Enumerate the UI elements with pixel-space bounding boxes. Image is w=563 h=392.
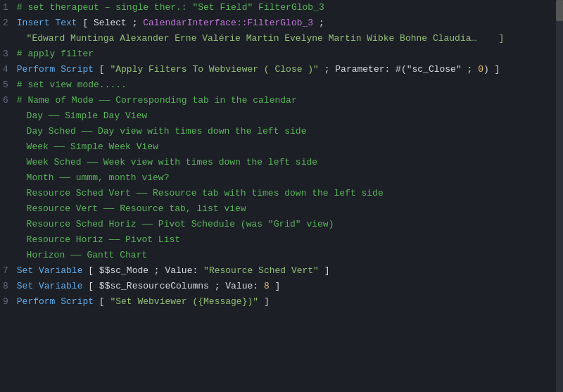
code-line: 5# set view mode..... [0, 77, 563, 93]
line-content: Set Variable [ $$sc_Mode ; Value: "Resou… [17, 264, 563, 278]
line-content: # set view mode..... [17, 78, 563, 92]
code-line: "Edward Muntinga Alexander Erne Valérie … [0, 31, 563, 46]
line-content: Resource Sched Horiz —— Pivot Schedule (… [15, 217, 563, 232]
code-line: Week —— Simple Week View [0, 139, 563, 155]
code-line: Month —— ummm, month view? [0, 170, 563, 186]
code-line: 8Set Variable [ $$sc_ResourceColumns ; V… [0, 279, 563, 294]
code-line: 4Perform Script [ "Apply Filters To Webv… [0, 62, 563, 77]
line-number: 8 [0, 279, 17, 293]
line-content: Set Variable [ $$sc_ResourceColumns ; Va… [17, 279, 563, 293]
code-line: Horizon —— Gantt Chart [0, 248, 563, 263]
line-content: Month —— ummm, month view? [15, 171, 563, 185]
code-line: 1# set therapeut – single ther.: "Set Fi… [0, 0, 563, 15]
code-editor: 1# set therapeut – single ther.: "Set Fi… [0, 0, 563, 392]
line-content: Week Sched —— Week view with times down … [15, 156, 563, 170]
line-number: 6 [0, 94, 17, 108]
line-content: Perform Script [ "Apply Filters To Webvi… [17, 63, 563, 77]
line-number: 7 [0, 264, 17, 278]
code-line: 7Set Variable [ $$sc_Mode ; Value: "Reso… [0, 263, 563, 279]
code-line: Week Sched —— Week view with times down … [0, 155, 563, 170]
line-content: Resource Vert —— Resource tab, list view [15, 202, 563, 216]
code-line: 3# apply filter [0, 46, 563, 62]
line-number: 2 [0, 16, 17, 30]
line-content: "Edward Muntinga Alexander Erne Valérie … [15, 32, 563, 46]
code-line: Resource Vert —— Resource tab, list view [0, 201, 563, 217]
line-content: Day Sched —— Day view with times down th… [15, 125, 563, 139]
line-number: 9 [0, 295, 17, 309]
line-number: 5 [0, 78, 17, 92]
line-number: 3 [0, 47, 17, 61]
scrollbar[interactable] [556, 0, 563, 392]
code-line: Resource Sched Vert —— Resource tab with… [0, 186, 563, 201]
line-number: 4 [0, 63, 17, 77]
line-content: # apply filter [17, 47, 563, 61]
code-line: Resource Sched Horiz —— Pivot Schedule (… [0, 217, 563, 232]
code-line: 6# Name of Mode —— Corresponding tab in … [0, 93, 563, 108]
code-line: 9Perform Script [ "Set Webviewer ({Messa… [0, 294, 563, 310]
line-content: Week —— Simple Week View [15, 140, 563, 154]
line-content: Resource Sched Vert —— Resource tab with… [15, 186, 563, 201]
line-content: Horizon —— Gantt Chart [15, 248, 563, 263]
line-content: Day —— Simple Day View [15, 109, 563, 123]
line-number: 1 [0, 1, 17, 15]
line-content: Resource Horiz —— Pivot List [15, 233, 563, 247]
code-line: Day Sched —— Day view with times down th… [0, 124, 563, 139]
line-content: Perform Script [ "Set Webviewer ({Messag… [17, 295, 563, 309]
line-content: # Name of Mode —— Corresponding tab in t… [17, 94, 563, 108]
scrollbar-thumb[interactable] [556, 0, 563, 21]
line-content: Insert Text [ Select ; CalendarInterface… [17, 16, 563, 30]
code-line: 2Insert Text [ Select ; CalendarInterfac… [0, 15, 563, 31]
line-content: # set therapeut – single ther.: "Set Fie… [17, 1, 563, 15]
code-line: Resource Horiz —— Pivot List [0, 232, 563, 248]
code-line: Day —— Simple Day View [0, 108, 563, 124]
